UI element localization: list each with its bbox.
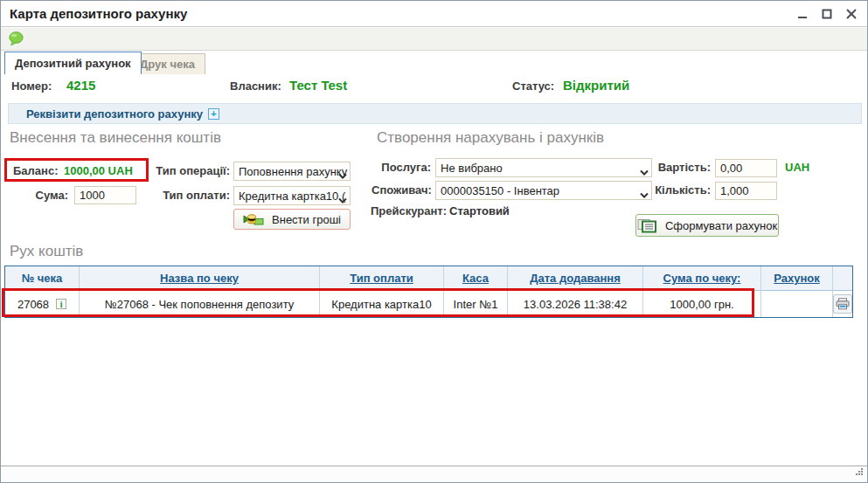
- cell-check-no: 27068 i: [5, 291, 80, 317]
- check-no-value: 27068: [17, 298, 49, 311]
- coins-icon: [243, 213, 264, 226]
- status-label: Статус:: [512, 79, 554, 93]
- comment-bubble-icon[interactable]: [9, 31, 24, 46]
- cost-label: Вартість:: [656, 161, 711, 174]
- account-details-expander[interactable]: Реквізити депозитного рахунку +: [8, 103, 862, 124]
- payment-type-label: Тип оплати:: [154, 189, 230, 202]
- generate-invoice-label: Сформувати рахунок: [665, 219, 777, 232]
- tab-label: Депозитний рахунок: [15, 57, 131, 70]
- titlebar: Карта депозитного рахунку: [1, 1, 867, 27]
- deposit-money-label: Внести гроші: [272, 213, 341, 226]
- account-number-label: Номер:: [11, 79, 52, 93]
- info-icon[interactable]: i: [56, 299, 66, 309]
- invoice-document-icon: [637, 218, 657, 233]
- cell-check-name: №27068 - Чек поповнення депозиту: [80, 291, 320, 317]
- window-title: Карта депозитного рахунку: [10, 6, 187, 21]
- column-actions: [833, 266, 852, 291]
- service-label: Послуга:: [377, 161, 431, 174]
- sum-label: Сума:: [31, 189, 68, 202]
- balance-value: 1000,00 UAH: [64, 164, 133, 177]
- pricelist-label: Прейскурант:: [371, 204, 447, 217]
- cell-cash-desk: Inter №1: [444, 291, 508, 317]
- currency-label: UAH: [785, 161, 809, 174]
- window-controls: [795, 7, 858, 21]
- owner-value: Тест Test: [289, 78, 347, 93]
- movements-table: № чека Назва по чеку Тип оплати Каса Дат…: [4, 266, 853, 318]
- charges-section-title: Створення нарахувань і рахунків: [377, 129, 604, 147]
- cell-date-added: 13.03.2026 11:38:42: [508, 291, 643, 317]
- account-number-value: 4215: [66, 78, 95, 93]
- deposit-money-button[interactable]: Внести гроші: [233, 209, 351, 230]
- payment-type-value: Кредитна картка10 (: [239, 190, 345, 203]
- generate-invoice-button[interactable]: Сформувати рахунок: [635, 214, 779, 237]
- sum-input[interactable]: [74, 186, 136, 204]
- quantity-input[interactable]: [715, 182, 777, 200]
- cell-payment-type: Кредитна картка10: [320, 291, 444, 317]
- cell-account: [761, 291, 833, 317]
- consumer-value: 0000035150 - Інвентар: [441, 184, 559, 197]
- chevron-down-icon: [338, 169, 347, 181]
- expand-plus-icon[interactable]: +: [208, 108, 219, 120]
- column-account[interactable]: Рахунок: [761, 266, 833, 291]
- operation-type-value: Поповнення рахунку: [239, 165, 347, 178]
- cell-actions: [833, 291, 852, 317]
- tab-label: Друк чека: [140, 58, 195, 71]
- movements-title: Рух коштів: [10, 243, 83, 260]
- deposit-account-window: Карта депозитного рахунку Депозитний ра: [0, 0, 868, 483]
- funds-section-title: Внесення та винесення коштів: [10, 129, 221, 147]
- column-amount[interactable]: Сума по чеку:: [643, 266, 761, 291]
- cell-amount: 1000,00 грн.: [643, 291, 761, 317]
- status-value: Відкритий: [563, 78, 629, 93]
- close-icon[interactable]: [844, 7, 858, 21]
- minimize-icon[interactable]: [795, 7, 809, 21]
- maximize-icon[interactable]: [820, 7, 834, 21]
- consumer-label: Споживач:: [372, 183, 431, 197]
- column-check-no: № чека: [5, 266, 80, 291]
- tab-strip: Депозитний рахунок Друк чека: [1, 52, 867, 74]
- resize-grip-icon[interactable]: [854, 464, 864, 480]
- owner-label: Власник:: [230, 79, 281, 93]
- operation-type-select[interactable]: Поповнення рахунку: [233, 162, 351, 181]
- tab-deposit-account[interactable]: Депозитний рахунок: [4, 52, 142, 74]
- table-header-row: № чека Назва по чеку Тип оплати Каса Дат…: [5, 266, 852, 291]
- quantity-label: Кількість:: [655, 183, 711, 197]
- column-check-name[interactable]: Назва по чеку: [80, 266, 320, 291]
- chevron-down-icon: [338, 193, 347, 205]
- details-expander-label: Реквізити депозитного рахунку: [26, 107, 203, 121]
- column-date-added[interactable]: Дата додавання: [508, 266, 643, 291]
- consumer-select[interactable]: 0000035150 - Інвентар: [435, 181, 652, 200]
- column-cash-desk[interactable]: Каса: [444, 266, 508, 291]
- status-bar: [1, 466, 867, 482]
- column-payment-type[interactable]: Тип оплати: [320, 266, 444, 291]
- chevron-down-icon: [640, 165, 649, 177]
- service-value: Не вибрано: [441, 162, 503, 175]
- chevron-down-icon: [640, 188, 649, 200]
- balance-label: Баланс:: [13, 164, 58, 177]
- table-row: 27068 i №27068 - Чек поповнення депозиту…: [5, 291, 852, 317]
- print-icon[interactable]: [833, 294, 852, 314]
- toolbar: [1, 28, 867, 51]
- pricelist-value: Стартовий: [449, 204, 510, 217]
- service-select[interactable]: Не вибрано: [435, 158, 652, 177]
- payment-type-select[interactable]: Кредитна картка10 (: [233, 186, 351, 205]
- operation-type-label: Тип операції:: [149, 164, 230, 177]
- cost-input[interactable]: [715, 159, 777, 177]
